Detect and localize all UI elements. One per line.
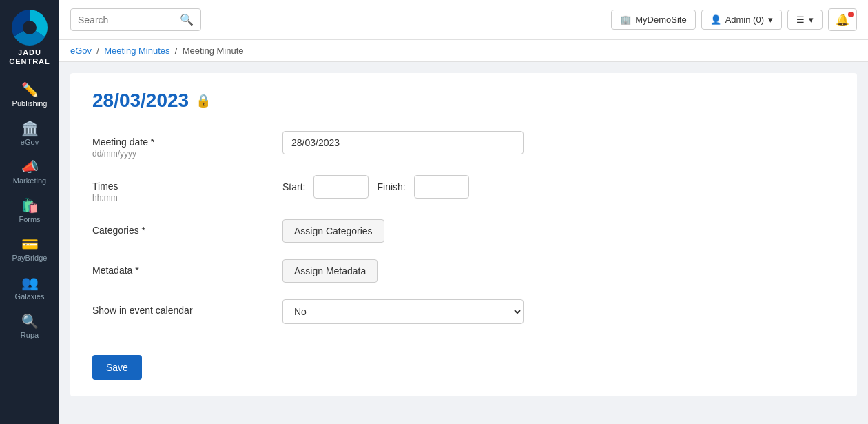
- times-label: Times: [92, 181, 271, 192]
- search-input[interactable]: [78, 14, 174, 26]
- sidebar-item-label: Galaxies: [15, 292, 45, 301]
- breadcrumb: eGov / Meeting Minutes / Meeting Minute: [59, 40, 868, 62]
- finish-time-input[interactable]: [414, 175, 469, 199]
- chevron-down-icon: ▾: [768, 14, 773, 25]
- bell-icon: 🔔: [836, 14, 849, 26]
- calendar-label-col: Show in event calendar: [92, 299, 271, 316]
- sidebar-item-label: eGov: [21, 138, 39, 146]
- sidebar-brand: JADUCENTRAL: [9, 48, 50, 66]
- metadata-label-col: Metadata *: [92, 259, 271, 276]
- categories-label: Categories *: [92, 225, 271, 236]
- notifications-button[interactable]: 🔔: [828, 8, 857, 31]
- site-icon: 🏢: [620, 14, 631, 25]
- forms-icon: 🛍️: [21, 199, 39, 212]
- admin-menu-button[interactable]: 👤 Admin (0) ▾: [701, 10, 782, 30]
- content-area: 28/03/2023 🔒 Meeting date * dd/mm/yyyy T…: [59, 62, 868, 424]
- site-name-label: MyDemoSite: [635, 14, 686, 25]
- metadata-control: Assign Metadata: [282, 259, 835, 283]
- lock-icon: 🔒: [196, 93, 211, 108]
- breadcrumb-separator: /: [96, 46, 99, 56]
- form-card: 28/03/2023 🔒 Meeting date * dd/mm/yyyy T…: [70, 73, 857, 396]
- calendar-row: Show in event calendar No Yes: [92, 299, 835, 324]
- search-box: 🔍: [70, 8, 201, 31]
- meeting-date-label: Meeting date *: [92, 137, 271, 148]
- chevron-down-icon: ▾: [809, 14, 814, 25]
- sidebar-item-publishing[interactable]: ✏️ Publishing: [0, 76, 59, 114]
- menu-icon: ☰: [796, 14, 805, 25]
- rupa-icon: 🔍: [21, 314, 39, 328]
- calendar-label: Show in event calendar: [92, 305, 271, 316]
- metadata-row: Metadata * Assign Metadata: [92, 259, 835, 283]
- assign-metadata-button[interactable]: Assign Metadata: [282, 259, 378, 283]
- publishing-icon: ✏️: [21, 83, 39, 97]
- categories-control: Assign Categories: [282, 219, 835, 243]
- sidebar-item-galaxies[interactable]: 👥 Galaxies: [0, 269, 59, 307]
- times-label-col: Times hh:mm: [92, 175, 271, 203]
- times-sublabel: hh:mm: [92, 193, 271, 203]
- header-actions: 🏢 MyDemoSite 👤 Admin (0) ▾ ☰ ▾ 🔔: [611, 8, 857, 31]
- calendar-select[interactable]: No Yes: [282, 299, 524, 324]
- times-row: Times hh:mm Start: Finish:: [92, 175, 835, 203]
- paybridge-icon: 💳: [21, 237, 39, 251]
- calendar-control: No Yes: [282, 299, 835, 324]
- meeting-date-control: [282, 131, 835, 154]
- breadcrumb-current: Meeting Minute: [183, 46, 244, 56]
- admin-icon: 👤: [710, 14, 721, 25]
- sidebar-logo: JADUCENTRAL: [0, 0, 59, 76]
- notification-badge: [848, 12, 854, 17]
- sidebar-item-label: Rupa: [21, 331, 39, 339]
- sidebar-item-rupa[interactable]: 🔍 Rupa: [0, 307, 59, 346]
- jadu-logo-icon: [12, 10, 48, 46]
- search-icon: 🔍: [180, 13, 194, 26]
- breadcrumb-egov[interactable]: eGov: [70, 46, 92, 56]
- start-time-input[interactable]: [313, 175, 369, 199]
- meeting-date-sublabel: dd/mm/yyyy: [92, 149, 271, 159]
- meeting-date-row: Meeting date * dd/mm/yyyy: [92, 131, 835, 159]
- top-header: 🔍 🏢 MyDemoSite 👤 Admin (0) ▾ ☰ ▾ 🔔: [59, 0, 868, 40]
- menu-button[interactable]: ☰ ▾: [787, 10, 823, 30]
- sidebar-item-marketing[interactable]: 📣 Marketing: [0, 153, 59, 192]
- categories-row: Categories * Assign Categories: [92, 219, 835, 243]
- sidebar-item-label: Forms: [19, 215, 40, 223]
- main-area: 🔍 🏢 MyDemoSite 👤 Admin (0) ▾ ☰ ▾ 🔔: [59, 0, 868, 424]
- meeting-date-input[interactable]: [282, 131, 524, 154]
- meeting-date-label-col: Meeting date * dd/mm/yyyy: [92, 131, 271, 159]
- galaxies-icon: 👥: [21, 276, 39, 290]
- breadcrumb-separator: /: [175, 46, 178, 56]
- metadata-label: Metadata *: [92, 265, 271, 276]
- sidebar: JADUCENTRAL ✏️ Publishing 🏛️ eGov 📣 Mark…: [0, 0, 59, 424]
- sidebar-item-forms[interactable]: 🛍️ Forms: [0, 192, 59, 230]
- finish-label: Finish:: [377, 181, 405, 192]
- breadcrumb-meeting-minutes[interactable]: Meeting Minutes: [104, 46, 169, 56]
- assign-categories-button[interactable]: Assign Categories: [282, 219, 384, 243]
- form-divider: [92, 341, 835, 341]
- categories-label-col: Categories *: [92, 219, 271, 236]
- admin-label: Admin (0): [725, 14, 764, 25]
- page-title-row: 28/03/2023 🔒: [92, 90, 835, 112]
- save-button[interactable]: Save: [92, 355, 142, 380]
- sidebar-item-label: Publishing: [12, 99, 48, 108]
- marketing-icon: 📣: [21, 160, 39, 174]
- egov-icon: 🏛️: [21, 121, 39, 135]
- sidebar-item-label: PayBridge: [12, 254, 48, 262]
- times-control: Start: Finish:: [282, 175, 835, 199]
- site-switcher-button[interactable]: 🏢 MyDemoSite: [611, 10, 695, 30]
- sidebar-item-egov[interactable]: 🏛️ eGov: [0, 114, 59, 153]
- sidebar-item-label: Marketing: [13, 176, 46, 185]
- page-title: 28/03/2023: [92, 90, 189, 112]
- start-label: Start:: [282, 181, 305, 192]
- sidebar-item-paybridge[interactable]: 💳 PayBridge: [0, 230, 59, 269]
